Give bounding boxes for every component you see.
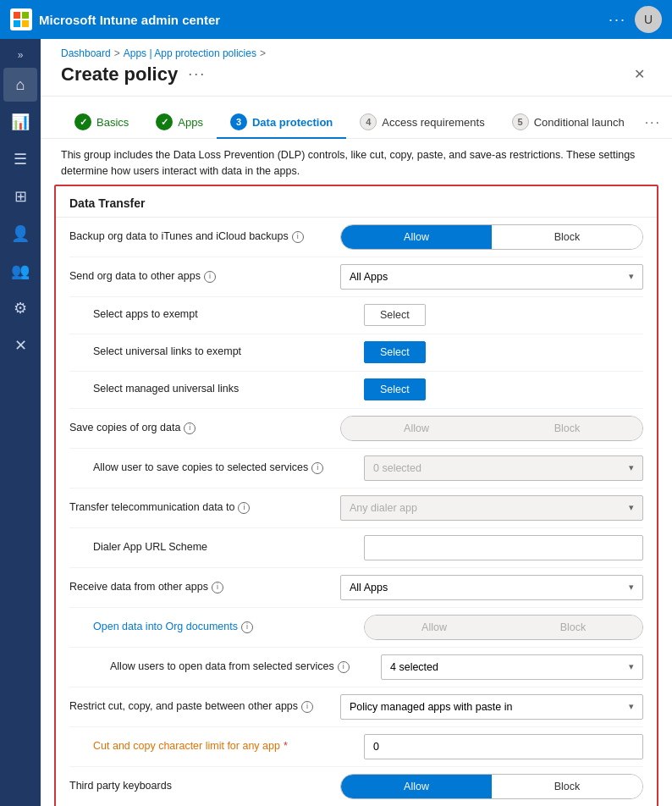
label-transfer-telecom: Transfer telecommunication data to i [69,500,340,516]
nav-item-settings[interactable]: ⚙ [3,291,37,325]
breadcrumb-sep-1: > [114,47,120,59]
nav-item-home[interactable]: ⌂ [3,68,37,102]
dropdown-allow-open-selected[interactable]: 4 selected ▾ [381,654,643,680]
info-icon-send[interactable]: i [204,271,216,283]
nav-item-dashboard[interactable]: 📊 [3,105,37,139]
nav-item-users[interactable]: 👤 [3,217,37,251]
toggle-allow-save: Allow [341,417,492,440]
select-apps-exempt-button[interactable]: Select [364,304,426,326]
tab-apps-label: Apps [178,116,203,129]
control-restrict-cut-copy: Policy managed apps with paste in ▾ [340,694,643,720]
info-icon-allow-save[interactable]: i [311,462,323,474]
toggle-allow-keyboards[interactable]: Allow [341,775,492,798]
toggle-block-keyboards[interactable]: Block [492,775,642,798]
info-icon-allow-open[interactable]: i [338,661,350,673]
row-receive-data: Receive data from other apps i All Apps … [69,568,643,608]
control-select-managed-universal: Select [364,378,643,400]
cut-copy-limit-input[interactable] [364,734,643,759]
row-open-data-org: Open data into Org documents i Allow Blo… [69,608,643,648]
toggle-allow-backup[interactable]: Allow [341,225,492,249]
toggle-block-open: Block [504,616,642,639]
toggle-third-party-keyboards[interactable]: Allow Block [340,774,643,799]
nav-item-tools[interactable]: ✕ [3,328,37,362]
label-backup-org-data: Backup org data to iTunes and iCloud bac… [69,229,340,245]
control-select-universal-links: Select [364,341,643,363]
nav-collapse-button[interactable]: » [14,46,27,64]
app-logo: Microsoft Intune admin center [10,8,220,30]
label-select-managed-universal: Select managed universal links [93,382,364,397]
form-body: Backup org data to iTunes and iCloud bac… [56,218,657,807]
breadcrumb-app-protection[interactable]: Apps | App protection policies [124,47,256,59]
label-select-universal-links: Select universal links to exempt [93,345,364,360]
tab-access-requirements[interactable]: 4 Access requirements [346,107,498,139]
select-universal-links-button[interactable]: Select [364,341,426,363]
tab-access-label: Access requirements [382,116,484,129]
control-open-data-org: Allow Block [364,615,643,640]
step-tabs: ✓ Basics ✓ Apps 3 Data protection 4 Acce… [41,97,672,139]
page-title: Create policy [61,63,178,86]
dropdown-send-org-data[interactable]: All Apps ▾ [340,264,643,290]
row-transfer-telecom: Transfer telecommunication data to i Any… [69,489,643,528]
dropdown-telecom-value: Any dialer app [350,502,417,514]
logo-icon [10,8,32,30]
tabs-more-button[interactable]: ··· [645,115,661,130]
tab-data-protection-label: Data protection [252,116,333,129]
control-allow-save-copies: 0 selected ▾ [364,455,643,481]
breadcrumb-dashboard[interactable]: Dashboard [61,47,111,59]
row-backup-org-data: Backup org data to iTunes and iCloud bac… [69,218,643,257]
tab-basics[interactable]: ✓ Basics [61,107,142,139]
label-allow-open-selected: Allow users to open data from selected s… [110,660,381,675]
label-select-apps-exempt: Select apps to exempt [93,307,364,323]
tab-data-protection[interactable]: 3 Data protection [217,107,346,139]
control-save-copies: Allow Block [340,416,643,441]
page-options-button[interactable]: ··· [188,65,206,83]
dropdown-receive-data[interactable]: All Apps ▾ [340,575,643,600]
nav-item-apps[interactable]: ⊞ [3,179,37,213]
chevron-down-icon-open: ▾ [629,661,634,672]
dropdown-allow-save-copies: 0 selected ▾ [364,455,643,481]
tab-conditional-label: Conditional launch [534,116,625,129]
label-save-copies: Save copies of org data i [69,421,340,436]
label-open-data-org: Open data into Org documents i [93,620,364,635]
app-title: Microsoft Intune admin center [39,13,220,27]
svg-rect-3 [22,20,29,27]
info-icon-save-copies[interactable]: i [184,422,196,434]
row-cut-copy-limit: Cut and copy character limit for any app… [69,727,643,767]
label-dialer-url: Dialer App URL Scheme [93,540,364,555]
row-allow-open-selected: Allow users to open data from selected s… [69,648,643,687]
nav-item-groups[interactable]: 👥 [3,254,37,288]
topbar-more-button[interactable]: ··· [600,11,635,29]
step-icon-access: 4 [360,113,377,130]
tab-basics-label: Basics [96,116,129,129]
label-restrict-cut-copy: Restrict cut, copy, and paste between ot… [69,699,340,715]
row-third-party-keyboards: Third party keyboards Allow Block [69,767,643,807]
toggle-allow-open: Allow [365,616,504,639]
info-icon-open-data[interactable]: i [241,621,253,633]
tab-conditional-launch[interactable]: 5 Conditional launch [498,107,638,139]
section-title: Data Transfer [56,186,657,218]
info-icon-cut-copy[interactable]: i [301,701,313,713]
step-icon-apps: ✓ [156,113,173,130]
nav-item-menu[interactable]: ☰ [3,142,37,176]
info-icon-backup[interactable]: i [292,231,304,243]
close-button[interactable]: ✕ [627,63,652,86]
select-managed-universal-button[interactable]: Select [364,378,426,400]
row-allow-save-copies: Allow user to save copies to selected se… [69,449,643,489]
dropdown-send-value: All Apps [350,271,388,283]
form-panel-wrapper: Data Transfer Backup org data to iTunes … [54,185,658,807]
row-select-universal-links: Select universal links to exempt Select [69,334,643,372]
toggle-block-backup[interactable]: Block [492,225,642,249]
dropdown-restrict-cut-copy[interactable]: Policy managed apps with paste in ▾ [340,694,643,720]
tab-apps[interactable]: ✓ Apps [142,107,217,139]
user-avatar[interactable]: U [635,6,662,33]
description-text: This group includes the Data Loss Preven… [41,139,672,185]
info-icon-receive[interactable]: i [212,582,223,593]
label-cut-copy-limit: Cut and copy character limit for any app… [93,739,364,754]
toggle-backup-org-data[interactable]: Allow Block [340,224,643,250]
svg-rect-0 [14,12,20,19]
info-icon-telecom[interactable]: i [238,502,250,514]
chevron-down-icon-save: ▾ [629,462,634,473]
control-receive-data: All Apps ▾ [340,575,643,600]
control-third-party-keyboards: Allow Block [340,774,643,799]
dialer-url-input[interactable] [364,535,643,560]
